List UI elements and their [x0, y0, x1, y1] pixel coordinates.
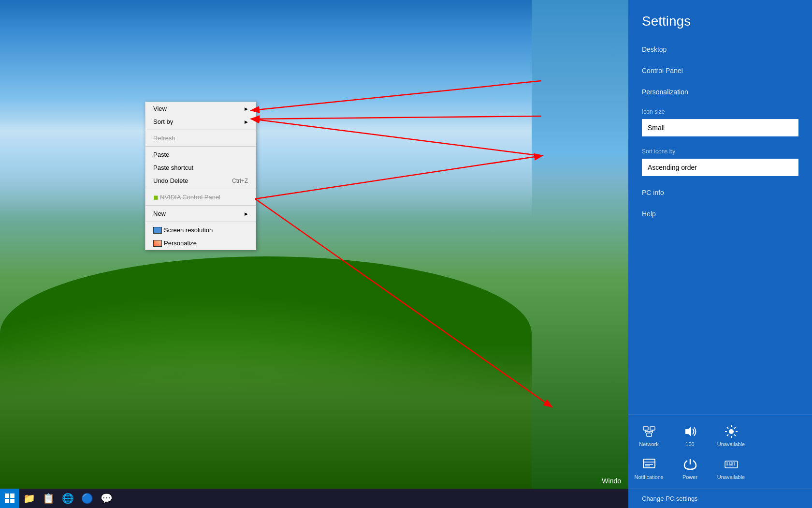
menu-item-paste[interactable]: Paste — [145, 148, 256, 161]
menu-item-nvidia[interactable]: ◼ NVIDIA Control Panel — [145, 191, 256, 204]
settings-item-personalization[interactable]: Personalization — [628, 81, 812, 103]
icon-size-dropdown[interactable]: Small — [642, 119, 798, 136]
settings-item-help[interactable]: Help — [628, 203, 812, 224]
settings-title: Settings — [628, 0, 812, 39]
brightness-icon — [724, 424, 739, 439]
svg-rect-29 — [5, 493, 9, 498]
svg-rect-0 — [643, 427, 648, 430]
svg-rect-26 — [726, 464, 728, 465]
context-menu: View Sort by Refresh Paste Paste shortcu… — [145, 102, 256, 250]
settings-item-control-panel[interactable]: Control Panel — [628, 60, 812, 81]
sort-icons-dropdown[interactable]: Ascending order — [642, 159, 798, 176]
screen-resolution-icon — [153, 227, 162, 234]
menu-item-sort-by[interactable]: Sort by — [145, 115, 256, 128]
settings-bottom-divider — [628, 415, 812, 415]
windows-logo — [4, 493, 15, 504]
settings-icon-notifications[interactable]: Notifications — [628, 452, 669, 485]
nvidia-icon: ◼ — [153, 194, 158, 201]
svg-rect-27 — [729, 464, 733, 465]
settings-panel: Settings Desktop Control Panel Personali… — [628, 0, 812, 508]
settings-footer: Change PC settings — [628, 485, 812, 508]
notifications-label: Notifications — [635, 474, 664, 480]
svg-line-13 — [727, 427, 728, 429]
settings-item-pc-info[interactable]: PC info — [628, 182, 812, 203]
svg-rect-28 — [734, 464, 735, 465]
settings-icon-keyboard[interactable]: Unavailable — [710, 452, 752, 485]
network-icon — [641, 424, 657, 439]
keyboard-label: Unavailable — [717, 474, 745, 480]
svg-rect-24 — [731, 463, 733, 463]
svg-rect-32 — [10, 499, 14, 503]
menu-item-screen-resolution[interactable]: Screen resolution — [145, 224, 256, 237]
svg-rect-23 — [729, 463, 730, 463]
menu-divider-5 — [145, 222, 256, 222]
windows-label: Windo — [602, 477, 621, 485]
notifications-icon — [641, 457, 657, 472]
svg-line-16 — [727, 434, 728, 436]
svg-rect-2 — [647, 433, 652, 436]
settings-icons-row-2: Notifications Power Unavailable — [628, 452, 812, 485]
brightness-label: Unavailable — [717, 441, 745, 447]
power-icon — [682, 457, 698, 472]
keyboard-icon — [724, 457, 739, 472]
menu-divider-4 — [145, 205, 256, 206]
svg-rect-17 — [643, 459, 655, 468]
svg-line-14 — [734, 434, 736, 436]
settings-icon-power[interactable]: Power — [669, 452, 710, 485]
taskbar-icon-chrome[interactable]: 🔵 — [77, 489, 97, 508]
svg-rect-1 — [650, 427, 655, 430]
menu-item-paste-shortcut[interactable]: Paste shortcut — [145, 161, 256, 174]
menu-item-new[interactable]: New — [145, 207, 256, 220]
volume-label: 100 — [685, 441, 694, 447]
taskbar-icon-explorer[interactable]: 📁 — [19, 489, 39, 508]
volume-icon — [682, 424, 698, 439]
settings-icon-network[interactable]: Network — [628, 419, 669, 452]
change-pc-settings-button[interactable]: Change PC settings — [628, 489, 812, 508]
start-button[interactable] — [0, 489, 19, 508]
svg-rect-22 — [726, 463, 728, 463]
svg-marker-7 — [685, 427, 691, 436]
settings-icon-volume[interactable]: 100 — [669, 419, 710, 452]
settings-item-desktop[interactable]: Desktop — [628, 39, 812, 60]
svg-point-8 — [729, 429, 734, 434]
menu-divider-1 — [145, 130, 256, 130]
icon-size-label: Icon size — [628, 103, 812, 117]
svg-line-15 — [734, 427, 736, 429]
network-label: Network — [639, 441, 658, 447]
power-label: Power — [682, 474, 697, 480]
svg-rect-30 — [10, 493, 14, 498]
menu-item-refresh[interactable]: Refresh — [145, 132, 256, 145]
settings-icons-row-1: Network 100 Unavailabl — [628, 419, 812, 452]
svg-rect-31 — [5, 499, 9, 503]
svg-rect-25 — [734, 463, 735, 463]
taskbar-icon-program[interactable]: 📋 — [39, 489, 58, 508]
personalize-icon — [153, 240, 162, 247]
menu-item-undo-delete[interactable]: Undo Delete Ctrl+Z — [145, 174, 256, 187]
menu-divider-2 — [145, 146, 256, 147]
sort-icons-label: Sort icons by — [628, 142, 812, 157]
settings-icon-brightness[interactable]: Unavailable — [710, 419, 752, 452]
taskbar-icon-skype[interactable]: 💬 — [97, 489, 116, 508]
taskbar-icon-ie[interactable]: 🌐 — [58, 489, 77, 508]
menu-item-personalize[interactable]: Personalize — [145, 237, 256, 250]
menu-divider-3 — [145, 189, 256, 189]
menu-item-view[interactable]: View — [145, 102, 256, 115]
